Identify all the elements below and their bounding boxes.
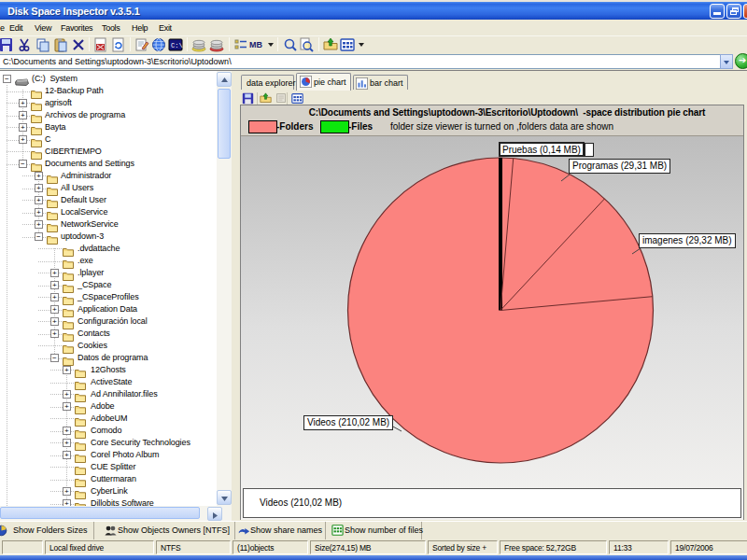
svg-text:C:\: C:\ xyxy=(171,42,183,49)
